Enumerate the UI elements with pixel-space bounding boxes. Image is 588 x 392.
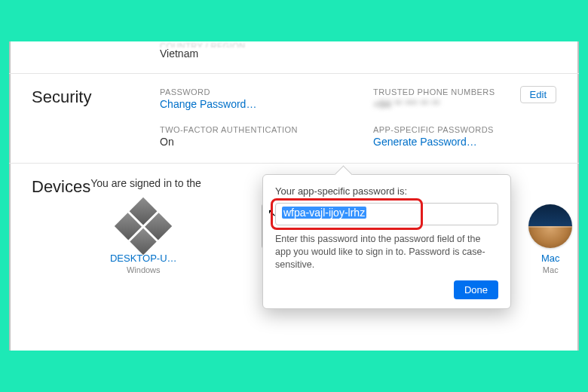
devices-heading: Devices [32,177,90,274]
app-password-value: wfpa-vajl-ijoy-lrhz [282,207,366,219]
device-sub: Mac [543,265,559,274]
app-password-field[interactable]: wfpa-vajl-ijoy-lrhz [275,203,498,225]
twofactor-label: TWO-FACTOR AUTHENTICATION [160,125,343,134]
popover-title: Your app-specific password is: [275,185,498,197]
change-password-link[interactable]: Change Password… [160,98,343,110]
password-label: PASSWORD [160,87,343,96]
country-region-block: COUNTRY / REGION Vietnam [9,41,579,73]
trusted-phone-value: +84 ** *** ** ** [373,98,556,110]
country-region-value: Vietnam [160,47,556,60]
security-heading: Security [32,87,160,148]
twofactor-value: On [160,136,343,148]
trusted-phone-label: TRUSTED PHONE NUMBERS [373,87,556,96]
device-card-windows[interactable]: DESKTOP-U… Windows [90,203,196,274]
device-sub: Windows [127,265,161,274]
mac-icon [524,203,577,250]
app-specific-label: APP-SPECIFIC PASSWORDS [373,125,556,134]
popover-help-text: Enter this password into the password fi… [275,233,498,271]
windows-icon [117,203,170,250]
country-region-label: COUNTRY / REGION [160,41,556,47]
done-button[interactable]: Done [454,280,498,299]
device-name: Mac [541,253,560,264]
generate-password-link[interactable]: Generate Password… [373,136,556,148]
app-password-popover: Your app-specific password is: ↖ wfpa-va… [262,174,511,309]
security-section: Edit Security PASSWORD Change Password… … [9,73,579,163]
